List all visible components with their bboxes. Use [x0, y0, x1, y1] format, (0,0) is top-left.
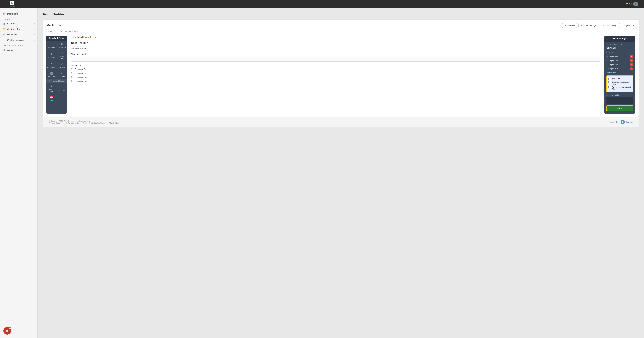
sidebar-item-admin[interactable]: ⚙ Admin ›: [0, 47, 38, 53]
top-nav-right[interactable]: EDS 1 👤 ▾: [625, 2, 640, 6]
radio-option-3-text: Example Text: [75, 76, 88, 78]
pathways-icon: 🔗: [3, 33, 6, 36]
footer-terms[interactable]: Terms & Conditions: [48, 122, 65, 124]
breadcrumb-forms-list[interactable]: Forms List: [46, 30, 56, 33]
heading-icon: H: [50, 42, 53, 46]
field-rating-scale[interactable]: ★ Rating Scale: [46, 83, 57, 94]
fs-required-checkbox[interactable]: [608, 78, 611, 80]
sidebar-section-products: PRODUCTS: [0, 16, 38, 21]
field-settings-header: Field Settings: [604, 36, 635, 42]
form-text-input-field[interactable]: [71, 56, 600, 62]
fs-option-1-text: Example Text: [606, 56, 618, 58]
svg-point-1: [622, 121, 623, 122]
g9-badge[interactable]: g 22: [4, 327, 11, 334]
rating-scale-icon: ★: [50, 85, 53, 88]
fs-tooltip-label-highlight: Label: [606, 94, 611, 96]
field-multi-choice[interactable]: ✓ Multi Choice: [57, 50, 67, 61]
language-select[interactable]: English: [621, 23, 635, 28]
sidebar-item-courses[interactable]: 📚 Courses ›: [0, 21, 38, 26]
fs-option-row-2: Example Text −: [606, 59, 633, 62]
footer-logo-icon: [620, 120, 625, 124]
radio-option-4: Example Text: [71, 80, 600, 82]
sidebar-item-label-dashboard: Dashboard: [7, 12, 18, 15]
logo-icon: [10, 1, 14, 6]
specialised-fields-grid: ★ Rating Scale ↑ File Upload 📅 Date: [46, 83, 67, 103]
field-settings-body: Label for radio field New Radio Options …: [604, 42, 635, 114]
radio-option-4-text: Example Text: [75, 80, 88, 82]
field-rating-scale-label: Rating Scale: [47, 88, 56, 92]
form-builder-title: My Forms: [46, 24, 61, 27]
file-upload-icon: ↑: [61, 86, 62, 89]
main-content: Form Builder My Forms 🖥 Preview ✉ Email …: [38, 8, 644, 338]
settings-icon: ⚙: [602, 24, 604, 27]
field-heading-label: Heading: [48, 46, 55, 48]
field-date[interactable]: 📅 Date: [46, 94, 57, 103]
specialised-fields-title: Specialised Fields: [46, 79, 67, 83]
save-button[interactable]: Save: [606, 106, 633, 112]
preview-button[interactable]: 🖥 Preview: [562, 23, 577, 28]
fs-option-row-4: Example Text −: [606, 67, 633, 70]
radio-option-1-text: Example Text: [75, 68, 88, 70]
fs-presenter-assessment-row: Presenter Assessment Field: [608, 86, 631, 90]
top-nav-left: ☰ Censeo: [4, 1, 15, 8]
fs-session-assessment-checkbox[interactable]: [608, 81, 611, 83]
field-drop-down[interactable]: ⊟ Drop Down: [46, 61, 57, 70]
form-builder-container: My Forms 🖥 Preview ✉ Email Settings ⚙ Fo…: [43, 20, 638, 117]
fs-radio-label-value: New Radio: [606, 47, 633, 49]
field-heading[interactable]: H Heading: [46, 40, 57, 50]
hamburger-menu[interactable]: ☰: [4, 2, 6, 6]
user-label: EDS 1: [625, 3, 632, 6]
g9-label: g: [6, 329, 8, 332]
breadcrumb-separator: /: [58, 30, 58, 33]
fs-option-2-remove[interactable]: −: [630, 59, 633, 62]
fs-option-3-remove[interactable]: −: [630, 63, 633, 66]
paragraph-icon: ≡: [61, 42, 62, 46]
radio-circle-2: [71, 72, 74, 74]
field-file-upload[interactable]: ↑ File Upload: [57, 83, 67, 94]
sidebar-item-label-content-library: Content Library: [7, 28, 22, 30]
radio-group: Example Text Example Text Example Text: [71, 68, 600, 82]
page-layout: 🏠 Dashboard › PRODUCTS 📚 Courses › 📁 Con…: [0, 8, 644, 338]
field-number[interactable]: # Number: [57, 70, 67, 79]
footer-course-participation[interactable]: Course Participation Terms: [83, 122, 105, 124]
fs-option-2-text: Example Text: [606, 60, 618, 62]
field-paragraph[interactable]: ≡ Paragraph: [57, 40, 67, 50]
admin-icon: ⚙: [3, 48, 6, 51]
fs-option-1-remove[interactable]: −: [630, 55, 633, 58]
fs-option-row-3: Example Text −: [606, 63, 633, 66]
sidebar-item-content-library[interactable]: 📁 Content Library ›: [0, 26, 38, 32]
fs-required-label: Required: [612, 78, 620, 80]
field-text-input[interactable]: A Text Input: [46, 50, 57, 61]
sidebar-item-pathways[interactable]: 🔗 Pathways ›: [0, 32, 38, 37]
fs-option-4-remove[interactable]: −: [630, 67, 633, 70]
fs-session-assessment-label: Session Assessment Field: [612, 81, 631, 85]
field-text-input-label: Text Input: [48, 56, 55, 58]
form-settings-button[interactable]: ⚙ Form Settings: [600, 23, 620, 28]
radio-circle-3: [71, 76, 74, 78]
field-multi-choice-label: Multi Choice: [58, 56, 66, 59]
form-heading-row: New Heading: [71, 42, 600, 44]
sidebar: 🏠 Dashboard › PRODUCTS 📚 Courses › 📁 Con…: [0, 8, 38, 338]
email-settings-button[interactable]: ✉ Email Settings: [578, 23, 598, 28]
chevron-right-icon: ›: [34, 28, 35, 30]
field-checkbox-label: Checkbox: [58, 66, 66, 68]
fs-radio-label-text: Label for radio field: [606, 44, 633, 46]
field-text-area-label: Text Area: [48, 76, 55, 78]
courses-icon: 📚: [3, 22, 6, 25]
field-text-area[interactable]: ◧ Text Area: [46, 70, 57, 79]
fs-add-option[interactable]: Add Option: [606, 71, 633, 73]
field-checkbox[interactable]: ☑ Checkbox: [57, 61, 67, 70]
fs-session-assessment-row: Session Assessment Field: [608, 81, 631, 85]
form-builder-header: My Forms 🖥 Preview ✉ Email Settings ⚙ Fo…: [46, 23, 635, 28]
avatar: 👤: [633, 2, 638, 6]
form-radio-row: New Radio Example Text Example Text: [71, 64, 600, 82]
form-paragraph-row: New Paragraph: [71, 47, 600, 50]
form-text-input-label: New Text Input: [71, 53, 600, 55]
fs-presenter-assessment-checkbox[interactable]: [608, 86, 611, 88]
number-icon: #: [61, 72, 62, 75]
footer-whats-new[interactable]: What is New: [108, 122, 119, 124]
sidebar-item-dashboard[interactable]: 🏠 Dashboard ›: [0, 11, 38, 16]
form-canvas: Test feedback form New Heading New Parag…: [70, 36, 602, 114]
sidebar-item-guided-learning[interactable]: 📋 Guided Learning ›: [0, 37, 38, 43]
footer-privacy[interactable]: Privacy policy: [68, 122, 80, 124]
